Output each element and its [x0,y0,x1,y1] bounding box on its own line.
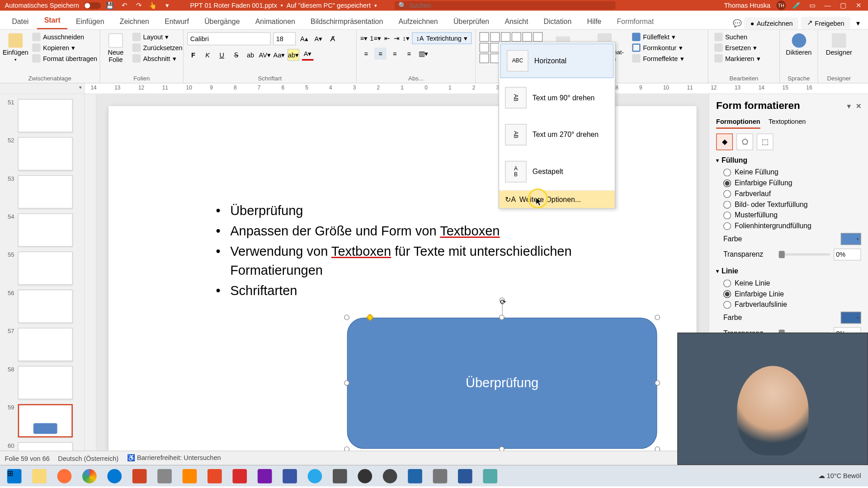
resize-handle-ne[interactable] [655,314,660,320]
shadow-button[interactable]: ab [245,49,256,61]
linespace-icon[interactable]: ↕▾ [402,32,410,44]
formatpainter-button[interactable]: Format übertragen [30,54,99,63]
slide-counter[interactable]: Folie 59 von 66 [5,455,50,462]
resize-handle-nw[interactable] [344,314,349,320]
slide-thumb-60[interactable]: 60 [0,440,84,450]
fill-option-2[interactable]: Farbverlauf [716,188,861,199]
fontcolor-button[interactable]: A▾ [302,49,313,61]
tab-start[interactable]: Start [37,13,68,29]
qat-more-icon[interactable]: ▾ [163,0,172,10]
align-justify-icon[interactable]: ≡ [403,48,415,60]
ribbonmode-icon[interactable]: ▭ [807,0,817,10]
slide-thumb-55[interactable]: 55 [0,249,84,287]
app-icon-8[interactable] [478,466,502,485]
slide-thumb-51[interactable]: 51 [0,97,84,135]
strike-button[interactable]: S̶ [230,49,242,61]
tab-ueberpruefen[interactable]: Überprüfen [446,14,496,29]
undo-icon[interactable]: ↶ [120,0,129,10]
powerpoint-icon[interactable] [127,466,151,485]
designer-button[interactable]: Designer [822,32,857,57]
fill-transparency-input[interactable] [834,249,861,260]
save-icon[interactable]: 💾 [105,0,115,10]
bullet-list[interactable]: ÜberprüfungAnpassen der Größe und Form v… [216,202,633,301]
tab-ansicht[interactable]: Ansicht [498,14,536,29]
font-size-select[interactable] [273,32,296,45]
bullet-item[interactable]: Anpassen der Größe und Form von Textboxe… [216,222,633,241]
slide-thumb-52[interactable]: 52 [0,135,84,173]
txtdir-rot90[interactable]: ABText um 90° drehen [499,79,615,116]
firefox-icon[interactable] [52,466,76,485]
ruler-toggle-icon[interactable]: ▾ [79,84,81,90]
tab-formoptions[interactable]: Formoptionen [716,118,760,129]
pane-close-icon[interactable]: ✕ [856,102,861,110]
chrome-icon[interactable] [77,466,101,485]
indent-dec-icon[interactable]: ⇤ [383,32,391,44]
resize-handle-e[interactable] [655,380,660,386]
search-input[interactable] [409,2,611,9]
accessibility-status[interactable]: ♿ Barrierefreiheit: Untersuchen [127,454,221,462]
vlc-icon[interactable] [178,466,202,485]
copy-button[interactable]: Kopieren ▾ [30,43,99,52]
selected-shape[interactable]: ⟳ Überprüfung [347,318,657,449]
tab-animationen[interactable]: Animationen [248,14,302,29]
line-option-0[interactable]: Keine Linie [716,278,861,289]
weather-widget[interactable]: ☁ 10°C Bewöl [818,472,861,480]
slide-thumbnails-panel[interactable]: 51525354555657585960616263 [0,94,85,450]
edge-icon[interactable] [103,466,127,485]
align-center-icon[interactable]: ≡ [374,48,386,60]
tab-aufzeichnen[interactable]: Aufzeichnen [392,14,445,29]
tab-entwurf[interactable]: Entwurf [157,14,196,29]
close-icon[interactable]: ✕ [854,0,863,10]
text-direction-button[interactable]: ↕A Textrichtung ▾ [412,32,472,44]
columns-icon[interactable]: ▥▾ [417,48,429,60]
resize-handle-s[interactable] [499,446,505,450]
user-avatar[interactable]: TH [776,0,786,10]
line-option-2[interactable]: Farbverlaufslinie [716,299,861,310]
shrink-font-icon[interactable]: A▾ [312,33,324,45]
txtdir-stacked[interactable]: ABGestapelt [499,153,615,190]
cut-button[interactable]: Ausschneiden [30,32,99,42]
slide-thumb-53[interactable]: 53 [0,173,84,211]
fill-option-3[interactable]: Bild- oder Texturfüllung [716,199,861,210]
grow-font-icon[interactable]: A▴ [298,33,310,45]
shape-text[interactable]: Überprüfung [466,375,538,391]
align-left-icon[interactable]: ≡ [360,48,372,60]
user-name[interactable]: Thomas Hruska [724,2,770,9]
tab-uebergaenge[interactable]: Übergänge [197,14,247,29]
fill-option-4[interactable]: Musterfüllung [716,210,861,221]
filleffect-button[interactable]: Fülleffekt ▾ [630,32,686,42]
spacing-button[interactable]: AV▾ [259,49,270,61]
tab-textoptions[interactable]: Textoptionen [769,118,806,129]
visio-icon[interactable] [278,466,302,485]
obs-icon[interactable] [353,466,377,485]
tab-dictation[interactable]: Dictation [537,14,579,29]
slide-thumb-54[interactable]: 54 [0,211,84,249]
start-button[interactable]: ⊞ [2,466,26,485]
italic-button[interactable]: K [202,49,213,61]
txtdir-rot270[interactable]: ABText um 270° drehen [499,116,615,153]
app-icon-4[interactable] [328,466,352,485]
file-name[interactable]: PPT 01 Roter Faden 001.pptx [190,2,277,9]
clear-format-icon[interactable]: A̸ [327,33,339,45]
reset-button[interactable]: Zurücksetzen [130,43,185,52]
redo-icon[interactable]: ↷ [134,0,143,10]
touchmode-icon[interactable]: 👆 [148,0,158,10]
minimize-icon[interactable]: — [823,0,832,10]
search-box[interactable]: 🔍 [395,1,615,9]
font-name-select[interactable] [187,32,271,45]
fill-line-icon[interactable]: ◆ [716,133,733,150]
resize-handle-sw[interactable] [344,446,349,450]
resize-handle-n[interactable] [499,314,505,320]
underline-button[interactable]: U [216,49,227,61]
contour-button[interactable]: Formkontur ▾ [630,43,686,52]
line-color-picker[interactable] [841,312,861,324]
explorer-icon[interactable] [28,466,52,485]
fill-transparency-slider[interactable] [778,253,830,256]
indent-inc-icon[interactable]: ⇥ [393,32,400,44]
horizontal-ruler[interactable]: 1413121110987654321012345678910111213141… [85,84,868,94]
language-status[interactable]: Deutsch (Österreich) [58,455,118,462]
select-button[interactable]: Markieren ▾ [712,54,776,63]
line-section-header[interactable]: Linie [716,267,861,275]
highlight-button[interactable]: ab▾ [288,49,299,61]
tab-hilfe[interactable]: Hilfe [580,14,609,29]
